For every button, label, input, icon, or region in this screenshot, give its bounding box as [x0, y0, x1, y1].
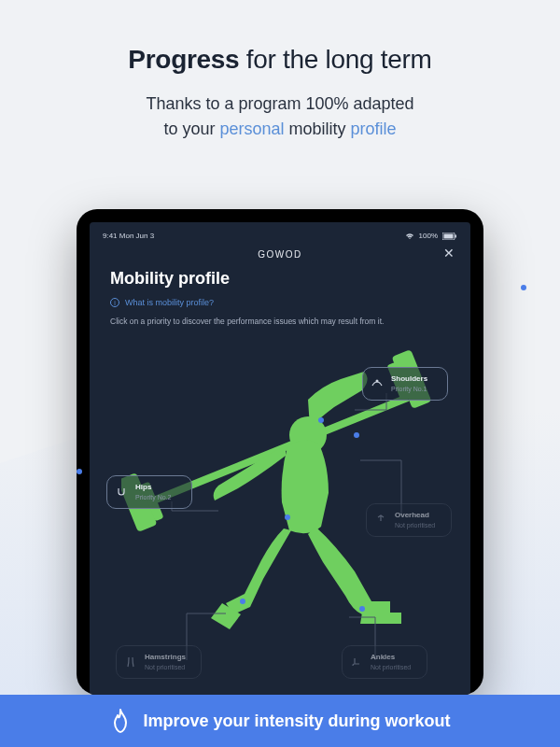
tablet-device: 9:41 Mon Jun 3 100% GOWOD ✕ Mobility pro…	[77, 209, 483, 695]
status-icons: 100%	[405, 232, 457, 240]
callout-title: Shoulders	[391, 375, 438, 384]
hero-subtitle: Thanks to a program 100% adapted to your…	[0, 92, 560, 142]
flame-icon	[109, 708, 132, 734]
hero-title: Progress for the long term	[0, 45, 560, 75]
callout-sub: Not prioritised	[145, 664, 191, 670]
bottom-banner: Improve your intensity during workout	[0, 695, 560, 747]
battery-icon	[442, 233, 457, 240]
callout-title: Hips	[135, 484, 182, 492]
svg-point-14	[376, 379, 379, 382]
page-title: Mobility profile	[110, 269, 450, 289]
info-link[interactable]: i What is mobility profile?	[110, 298, 450, 307]
callout-title: Hamstrings	[145, 654, 191, 662]
callout-sub: Not prioritised	[395, 522, 441, 529]
status-time: 9:41 Mon Jun 3	[103, 232, 154, 240]
info-icon: i	[110, 298, 119, 307]
callout-sub: Priority No.2	[135, 494, 182, 500]
bottom-banner-text: Improve your intensity during workout	[143, 712, 450, 731]
svg-rect-2	[455, 234, 457, 237]
close-icon[interactable]: ✕	[443, 246, 456, 261]
callout-sub: Priority No.1	[391, 386, 438, 392]
shoulders-icon	[371, 377, 384, 390]
callout-sub: Not prioritised	[371, 664, 417, 670]
hamstrings-icon	[124, 655, 137, 669]
figure-area: Shoulders Priority No.1 Hips Priority No…	[110, 337, 450, 683]
page-description: Click on a priority to discover the perf…	[110, 317, 450, 326]
callout-hamstrings[interactable]: Hamstrings Not prioritised	[116, 645, 202, 679]
status-bar: 9:41 Mon Jun 3 100%	[90, 222, 470, 244]
callout-shoulders[interactable]: Shoulders Priority No.1	[362, 367, 448, 401]
callout-title: Ankles	[371, 654, 417, 662]
callout-overhead[interactable]: Overhead Not prioritised	[366, 503, 452, 537]
overhead-icon	[374, 514, 387, 527]
app-name: GOWOD	[258, 249, 302, 260]
wifi-icon	[405, 233, 414, 240]
hips-icon	[115, 486, 128, 499]
info-link-label: What is mobility profile?	[125, 298, 214, 307]
svg-rect-1	[444, 233, 454, 238]
callout-hips[interactable]: Hips Priority No.2	[106, 475, 192, 509]
callout-ankles[interactable]: Ankles Not prioritised	[342, 645, 427, 679]
callout-title: Overhead	[395, 512, 441, 520]
tablet-screen: 9:41 Mon Jun 3 100% GOWOD ✕ Mobility pro…	[90, 222, 470, 695]
ankles-icon	[350, 655, 363, 669]
